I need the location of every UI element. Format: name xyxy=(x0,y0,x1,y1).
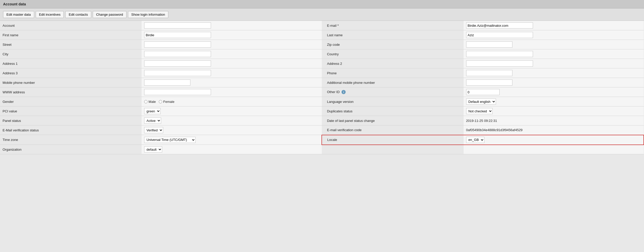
language-label: Language version xyxy=(322,97,463,106)
account-value-cell xyxy=(142,21,322,30)
email-verif-label: E-Mail verification status xyxy=(0,125,142,135)
street-input[interactable] xyxy=(144,41,211,48)
mobile-label: Mobile phone number xyxy=(0,78,142,87)
gender-female-radio[interactable] xyxy=(159,100,162,103)
row-emailverif-code: E-Mail verification status Verified E-ma… xyxy=(0,125,644,135)
page-title: Account data xyxy=(3,2,26,6)
email-input[interactable] xyxy=(466,22,533,29)
panel-status-label: Panel status xyxy=(0,116,142,125)
pci-value-cell: green xyxy=(142,106,322,116)
edit-master-data-button[interactable]: Edit master data xyxy=(3,11,34,18)
change-password-button[interactable]: Change password xyxy=(93,11,126,18)
timezone-select[interactable]: Universal Time (UTC/GMT) xyxy=(144,137,196,143)
language-select[interactable]: Default english xyxy=(466,98,496,105)
locale-select[interactable]: en_GB xyxy=(466,137,484,143)
firstname-input[interactable] xyxy=(144,32,211,38)
phone-input[interactable] xyxy=(466,70,512,76)
row-panelstatus-datepanel: Panel status Active Date of last panel s… xyxy=(0,116,644,125)
mobile-value-cell xyxy=(142,78,322,87)
otherid-value-cell xyxy=(464,87,644,97)
gender-value-cell: Male Female xyxy=(142,97,322,106)
address1-input[interactable] xyxy=(144,60,211,67)
city-input[interactable] xyxy=(144,51,211,57)
account-input[interactable] xyxy=(144,22,211,29)
address3-value-cell xyxy=(142,68,322,78)
row-www-otherid: WWW address Other ID i xyxy=(0,87,644,97)
duplicates-value-cell: Not checked xyxy=(464,106,644,116)
address3-input[interactable] xyxy=(144,70,211,76)
timezone-value-cell: Universal Time (UTC/GMT) xyxy=(142,135,322,145)
row-pci-duplicates: PCI value green Duplicates status Not ch… xyxy=(0,106,644,116)
lastname-value-cell xyxy=(464,30,644,40)
street-value-cell xyxy=(142,40,322,49)
otherid-input[interactable] xyxy=(466,89,500,95)
firstname-value-cell xyxy=(142,30,322,40)
date-panel-value: 2019-11-25 09:22:31 xyxy=(466,119,497,123)
lastname-input[interactable] xyxy=(466,32,533,38)
org-value-cell: default xyxy=(142,145,322,154)
row-city-country: City Country xyxy=(0,49,644,59)
gender-label: Gender xyxy=(0,97,142,106)
row-mobile-addmobile: Mobile phone number Additional mobile ph… xyxy=(0,78,644,87)
email-verif-value-cell: Verified xyxy=(142,125,322,135)
edit-contacts-button[interactable]: Edit contacts xyxy=(65,11,91,18)
email-value-cell xyxy=(464,21,644,30)
www-label: WWW address xyxy=(0,87,142,97)
otherid-info-icon[interactable]: i xyxy=(342,90,346,94)
address1-label: Address 1 xyxy=(0,59,142,68)
duplicates-select[interactable]: Not checked xyxy=(466,108,493,114)
lastname-label: Last name xyxy=(322,30,463,40)
row-street-zip: Street Zip code xyxy=(0,40,644,49)
gender-female-label[interactable]: Female xyxy=(159,100,174,104)
zipcode-input[interactable] xyxy=(466,41,512,48)
gender-male-label[interactable]: Male xyxy=(144,100,156,104)
row-address1-address2: Address 1 Address 2 xyxy=(0,59,644,68)
email-verif-code-label: E-mail verification code xyxy=(322,125,463,135)
row-account-email: Account E-mail * xyxy=(0,21,644,30)
gender-male-radio[interactable] xyxy=(144,100,148,103)
show-login-information-button[interactable]: Show login information xyxy=(128,11,169,18)
email-verif-select[interactable]: Verified xyxy=(144,127,163,133)
row-organization: Organization default xyxy=(0,145,644,154)
panel-status-value-cell: Active xyxy=(142,116,322,125)
mobile-input[interactable] xyxy=(144,79,190,86)
edit-incentives-button[interactable]: Edit incentives xyxy=(36,11,64,18)
row-gender-language: Gender Male Female Lan xyxy=(0,97,644,106)
zipcode-label: Zip code xyxy=(322,40,463,49)
add-mobile-value-cell xyxy=(464,78,644,87)
country-value-cell xyxy=(464,49,644,59)
panel-status-select[interactable]: Active xyxy=(144,118,161,124)
row-timezone-locale: Time zone Universal Time (UTC/GMT) Local… xyxy=(0,135,644,145)
row-address3-phone: Address 3 Phone xyxy=(0,68,644,78)
row-firstname-lastname: First name Last name xyxy=(0,30,644,40)
address3-label: Address 3 xyxy=(0,68,142,78)
country-input[interactable] xyxy=(466,51,533,57)
address2-value-cell xyxy=(464,59,644,68)
city-value-cell xyxy=(142,49,322,59)
date-panel-value-cell: 2019-11-25 09:22:31 xyxy=(464,116,644,125)
city-label: City xyxy=(0,49,142,59)
empty-value-right xyxy=(464,145,644,154)
account-label: Account xyxy=(0,21,142,30)
page-wrapper: Account data Edit master data Edit incen… xyxy=(0,0,644,252)
timezone-label: Time zone xyxy=(0,135,142,145)
add-mobile-label: Additional mobile phone number xyxy=(322,78,463,87)
address2-input[interactable] xyxy=(466,60,533,67)
otherid-label: Other ID i xyxy=(322,87,463,97)
add-mobile-input[interactable] xyxy=(466,79,512,86)
email-label: E-mail * xyxy=(322,21,463,30)
gender-radio-group: Male Female xyxy=(144,100,319,104)
firstname-label: First name xyxy=(0,30,142,40)
gender-male-text: Male xyxy=(149,100,156,104)
language-value-cell: Default english xyxy=(464,97,644,106)
pci-select[interactable]: green xyxy=(144,108,161,114)
address1-value-cell xyxy=(142,59,322,68)
duplicates-label: Duplicates status xyxy=(322,106,463,116)
date-panel-label: Date of last panel status change xyxy=(322,116,463,125)
email-verif-code-value: 0af05490b34e4888c91d3f9456af4529 xyxy=(466,128,523,132)
phone-label: Phone xyxy=(322,68,463,78)
org-select[interactable]: default xyxy=(144,146,162,152)
street-label: Street xyxy=(0,40,142,49)
www-input[interactable] xyxy=(144,89,211,95)
phone-value-cell xyxy=(464,68,644,78)
